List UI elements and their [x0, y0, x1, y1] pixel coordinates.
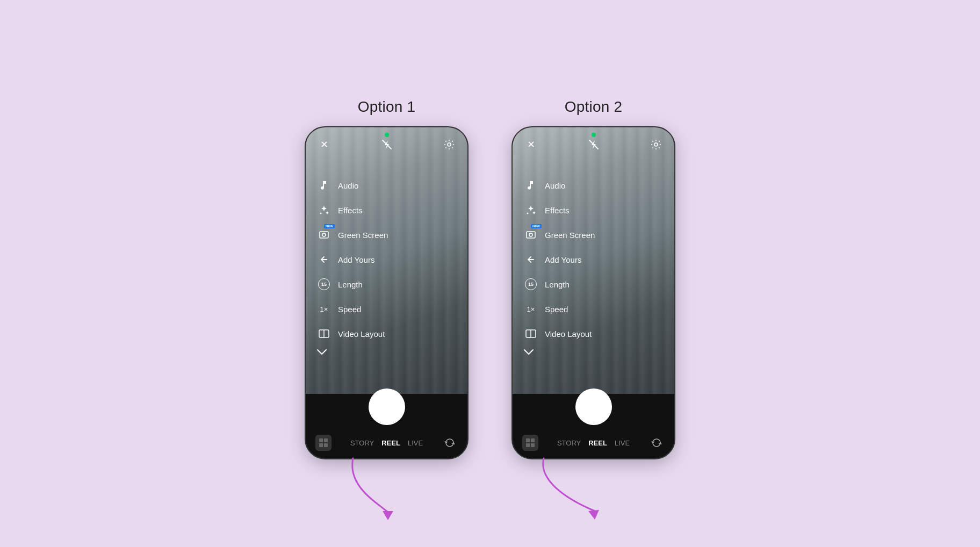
- option2-column: Option 2 ✕: [511, 98, 675, 459]
- option2-videolayout-label: Video Layout: [545, 329, 592, 339]
- svg-rect-7: [319, 438, 323, 442]
- option1-length-icon: 15: [316, 277, 332, 292]
- option2-greenscreen-icon: NEW: [523, 227, 538, 242]
- svg-rect-19: [526, 438, 530, 442]
- main-container: Option 1 ✕: [305, 88, 675, 459]
- option1-title: Option 1: [358, 98, 415, 116]
- option1-audio-icon: [316, 178, 332, 193]
- svg-rect-15: [527, 232, 535, 238]
- option1-addyours-item[interactable]: Add Yours: [316, 248, 467, 271]
- svg-rect-20: [531, 438, 535, 442]
- option2-gallery-icon[interactable]: [522, 435, 538, 451]
- option1-effects-item[interactable]: Effects: [316, 198, 467, 222]
- option1-length-item[interactable]: 15 Length: [316, 272, 467, 296]
- option1-phone: ✕: [305, 126, 469, 459]
- option1-videolayout-label: Video Layout: [338, 329, 385, 339]
- option2-tab-live[interactable]: LIVE: [615, 439, 630, 447]
- option1-menu-items: Audio: [306, 174, 467, 346]
- option1-greenscreen-icon: NEW: [316, 227, 332, 242]
- option2-menu-area: Audio: [513, 157, 674, 394]
- option2-effects-item[interactable]: Effects: [523, 198, 674, 222]
- option1-addyours-label: Add Yours: [338, 255, 374, 264]
- option1-length-label: Length: [338, 280, 363, 289]
- option1-audio-label: Audio: [338, 181, 358, 190]
- option2-speed-icon: 1×: [523, 301, 538, 316]
- svg-marker-23: [588, 510, 599, 520]
- option1-videolayout-icon: [316, 326, 332, 341]
- option2-flip-camera-icon[interactable]: [648, 435, 665, 451]
- svg-line-1: [383, 140, 391, 149]
- option2-ui: ✕: [513, 127, 674, 458]
- option2-audio-icon: [523, 178, 538, 193]
- option2-settings-icon[interactable]: [648, 137, 664, 152]
- option1-audio-item[interactable]: Audio: [316, 174, 467, 197]
- option1-addyours-icon: [316, 252, 332, 267]
- option1-annotation-container: ✕: [305, 126, 469, 459]
- svg-marker-11: [383, 511, 393, 520]
- svg-rect-22: [531, 443, 535, 447]
- option1-close-icon[interactable]: ✕: [316, 137, 332, 152]
- option2-audio-item[interactable]: Audio: [523, 174, 674, 197]
- option1-videolayout-item[interactable]: Video Layout: [316, 322, 467, 346]
- option1-flip-camera-icon[interactable]: [442, 435, 458, 451]
- option2-arrow: [511, 453, 675, 523]
- option2-speed-label: Speed: [545, 305, 568, 314]
- svg-point-4: [322, 233, 326, 236]
- option2-top-bar: ✕: [513, 127, 674, 157]
- option2-greenscreen-label: Green Screen: [545, 231, 595, 240]
- option2-shutter-button[interactable]: [575, 388, 612, 425]
- option1-speed-item[interactable]: 1× Speed: [316, 297, 467, 321]
- option1-chevron-down[interactable]: [306, 349, 467, 356]
- option1-greenscreen-label: Green Screen: [338, 231, 388, 240]
- option1-bottom-nav: STORY REEL LIVE: [306, 435, 467, 451]
- option1-arrow: [305, 453, 469, 523]
- option2-addyours-item[interactable]: Add Yours: [523, 248, 674, 271]
- option1-settings-icon[interactable]: [442, 137, 457, 152]
- svg-point-2: [448, 143, 451, 146]
- option2-greenscreen-item[interactable]: NEW Green Screen: [523, 223, 674, 247]
- option1-shutter-button[interactable]: [369, 388, 405, 425]
- option2-phone: ✕: [511, 126, 675, 459]
- option1-menu-area: Audio: [306, 157, 467, 394]
- option2-videolayout-item[interactable]: Video Layout: [523, 322, 674, 346]
- svg-point-14: [654, 143, 658, 146]
- option2-addyours-icon: [523, 252, 538, 267]
- option2-speed-item[interactable]: 1× Speed: [523, 297, 674, 321]
- option1-column: Option 1 ✕: [305, 98, 469, 459]
- option1-speed-icon: 1×: [316, 301, 332, 316]
- option1-speed-label: Speed: [338, 305, 361, 314]
- option1-nav-tabs: STORY REEL LIVE: [350, 439, 423, 447]
- svg-rect-3: [320, 232, 328, 238]
- option2-addyours-label: Add Yours: [545, 255, 581, 264]
- option1-tab-story[interactable]: STORY: [350, 439, 374, 447]
- svg-point-16: [529, 233, 532, 236]
- svg-line-13: [589, 140, 598, 149]
- option1-bottom-bar: STORY REEL LIVE: [306, 394, 467, 458]
- option1-effects-label: Effects: [338, 206, 363, 215]
- option1-top-bar: ✕: [306, 127, 467, 157]
- option2-effects-label: Effects: [545, 206, 570, 215]
- option2-title: Option 2: [565, 98, 622, 116]
- option2-flash-icon[interactable]: [586, 137, 601, 152]
- option1-ui: ✕: [306, 127, 467, 458]
- option2-bottom-bar: STORY REEL LIVE: [513, 394, 674, 458]
- svg-rect-8: [324, 438, 328, 442]
- option1-greenscreen-item[interactable]: NEW Green Screen: [316, 223, 467, 247]
- option2-close-icon[interactable]: ✕: [523, 137, 538, 152]
- svg-rect-10: [324, 443, 328, 447]
- svg-rect-21: [526, 443, 530, 447]
- option2-length-item[interactable]: 15 Length: [523, 272, 674, 296]
- option1-tab-live[interactable]: LIVE: [408, 439, 423, 447]
- option2-chevron-down[interactable]: [513, 349, 674, 356]
- option2-tab-reel[interactable]: REEL: [588, 439, 607, 447]
- option2-length-icon: 15: [523, 277, 538, 292]
- option1-effects-icon: [316, 203, 332, 218]
- option2-tab-story[interactable]: STORY: [557, 439, 581, 447]
- option1-flash-icon[interactable]: [379, 137, 394, 152]
- option2-audio-label: Audio: [545, 181, 565, 190]
- option2-nav-tabs: STORY REEL LIVE: [557, 439, 630, 447]
- option1-gallery-icon[interactable]: [315, 435, 332, 451]
- option2-menu-items: Audio: [513, 174, 674, 346]
- svg-rect-9: [319, 443, 323, 447]
- option1-tab-reel[interactable]: REEL: [381, 439, 400, 447]
